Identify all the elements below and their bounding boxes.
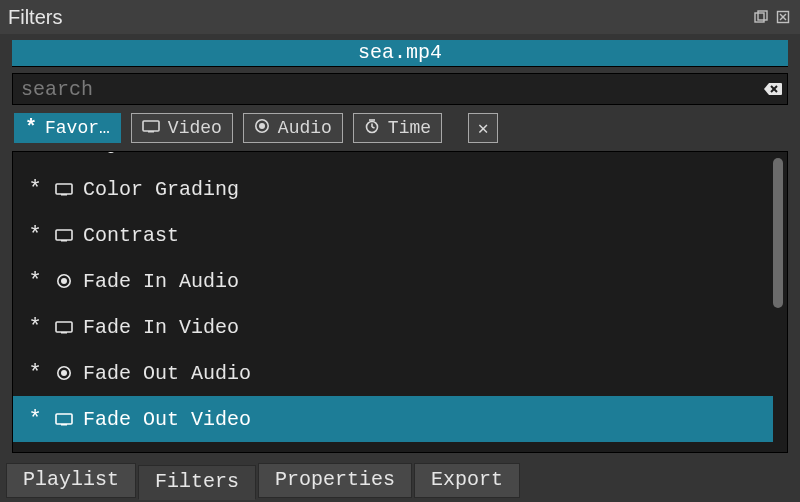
list-item[interactable]: * Fade In Audio [13,258,773,304]
svg-line-3 [780,14,786,20]
scrollbar[interactable] [773,158,783,446]
svg-rect-7 [143,121,159,131]
video-icon [53,320,75,334]
tab-playlist[interactable]: Playlist [6,463,136,498]
svg-point-23 [58,367,70,379]
category-label: Video [168,118,222,138]
svg-line-5 [771,86,777,92]
favorite-icon: * [25,361,45,386]
list-item[interactable]: * Color Grading [13,166,773,212]
list-item[interactable]: * Contrast [13,212,773,258]
filter-name: Fade Out Video [83,408,251,431]
category-video[interactable]: Video [131,113,233,143]
svg-rect-8 [148,131,154,133]
favorite-icon: * [25,315,45,340]
svg-point-11 [366,121,377,132]
svg-rect-16 [61,194,67,196]
filter-name: Fade Out Audio [83,362,251,385]
bottom-tabs: Playlist Filters Properties Export [0,463,526,502]
clear-search-icon[interactable] [759,74,787,104]
close-icon: ✕ [478,117,489,139]
title-bar: Filters [0,0,800,34]
list-item[interactable]: * Fade Out Audio [13,350,773,396]
svg-point-20 [61,278,67,284]
svg-line-6 [771,86,777,92]
filter-name: Fade In Audio [83,270,239,293]
svg-line-13 [372,127,375,128]
undock-icon[interactable] [752,8,770,26]
svg-line-4 [780,14,786,20]
svg-rect-0 [755,13,764,22]
video-icon [53,412,75,426]
svg-point-19 [58,275,70,287]
svg-rect-1 [758,11,767,20]
svg-rect-2 [778,12,789,23]
category-favorites[interactable]: * Favor… [14,113,121,143]
category-label: Time [388,118,431,138]
audio-icon [53,273,75,289]
audio-icon [53,365,75,381]
panel-title: Filters [8,6,62,29]
category-time[interactable]: Time [353,113,442,143]
tab-export[interactable]: Export [414,463,520,498]
svg-point-24 [61,370,67,376]
svg-point-10 [259,123,265,129]
current-file-name: sea.mp4 [358,41,442,64]
svg-rect-17 [56,230,72,240]
favorite-icon: * [25,177,45,202]
svg-rect-18 [61,240,67,242]
svg-rect-21 [56,322,72,332]
list-item-partial[interactable]: Brightness [13,152,773,166]
list-item[interactable]: * Fade Out Video [13,396,773,442]
category-label: Favor… [45,118,110,138]
category-tabs: * Favor… Video Audio Time ✕ [12,113,788,143]
filter-name: Color Grading [83,178,239,201]
current-file-bar: sea.mp4 [12,40,788,67]
favorite-icon: * [25,223,45,248]
close-categories-button[interactable]: ✕ [468,113,498,143]
category-label: Audio [278,118,332,138]
svg-rect-25 [56,414,72,424]
scrollbar-thumb[interactable] [773,158,783,308]
favorite-icon: * [25,407,45,432]
close-panel-icon[interactable] [774,8,792,26]
time-icon [364,118,380,139]
search-input[interactable] [13,78,759,101]
video-icon [53,182,75,196]
svg-rect-22 [61,332,67,334]
video-icon [53,228,75,242]
search-row [12,73,788,105]
tab-properties[interactable]: Properties [258,463,412,498]
tab-filters[interactable]: Filters [138,465,256,500]
filter-list: Brightness * Color Grading * Contrast * … [12,151,788,453]
category-audio[interactable]: Audio [243,113,343,143]
list-item[interactable]: * Fade In Video [13,304,773,350]
favorite-icon: * [25,269,45,294]
video-icon [142,118,160,138]
audio-icon [254,118,270,139]
svg-rect-15 [56,184,72,194]
favorite-icon: * [25,118,37,138]
svg-point-9 [256,119,268,131]
svg-rect-26 [61,424,67,426]
filter-name: Fade In Video [83,316,239,339]
filter-name: Contrast [83,224,179,247]
